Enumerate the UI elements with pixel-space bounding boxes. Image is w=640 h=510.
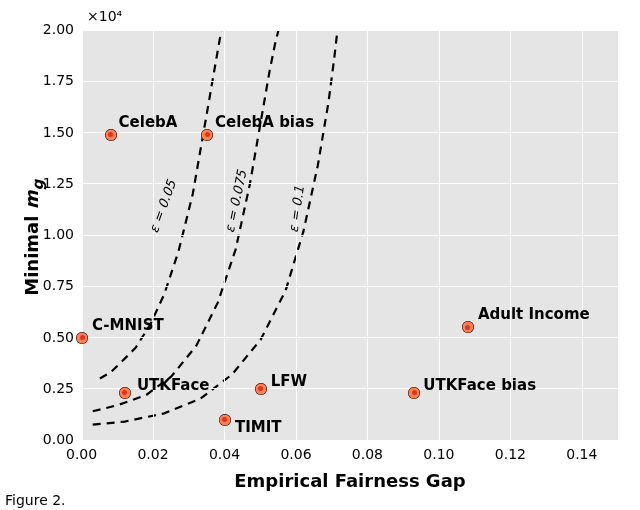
x-tick-label: 0.02 — [137, 446, 168, 462]
data-point — [219, 414, 231, 426]
data-point — [462, 321, 474, 333]
data-point-label: CelebA bias — [215, 113, 314, 131]
data-point-label: UTKFace bias — [423, 376, 536, 394]
x-tick-label: 0.08 — [352, 446, 383, 462]
y-tick-label: 0.75 — [43, 277, 74, 293]
data-point-label: LFW — [271, 372, 307, 390]
y-tick-label: 0.25 — [43, 380, 74, 396]
gridline-h — [82, 440, 618, 441]
y-tick-label: 0.00 — [43, 431, 74, 447]
data-point — [255, 383, 267, 395]
data-point-label: TIMIT — [235, 418, 282, 436]
y-scale-exponent: ×10⁴ — [87, 8, 122, 24]
x-tick-label: 0.12 — [495, 446, 526, 462]
gridline-h — [82, 30, 618, 31]
gridline-h — [82, 235, 618, 236]
y-tick-label: 2.00 — [43, 21, 74, 37]
gridline-h — [82, 286, 618, 287]
gridline-h — [82, 337, 618, 338]
y-tick-label: 1.75 — [43, 72, 74, 88]
data-point — [201, 129, 213, 141]
y-tick-label: 1.25 — [43, 175, 74, 191]
x-tick-label: 0.00 — [66, 446, 97, 462]
x-tick-label: 0.06 — [280, 446, 311, 462]
data-point — [119, 387, 131, 399]
data-point — [408, 387, 420, 399]
x-tick-label: 0.10 — [423, 446, 454, 462]
gridline-h — [82, 132, 618, 133]
x-tick-label: 0.14 — [566, 446, 597, 462]
y-tick-label: 1.00 — [43, 226, 74, 242]
data-point-label: CelebA — [119, 113, 178, 131]
x-axis-label: Empirical Fairness Gap — [82, 470, 618, 491]
data-point-label: Adult Income — [478, 305, 590, 323]
figure-caption: Figure 2. — [5, 492, 66, 508]
data-point — [76, 332, 88, 344]
figure: ×10⁴ Empirical Fairness Gap Minimal mg F… — [0, 0, 640, 510]
data-point-label: C-MNIST — [92, 316, 164, 334]
gridline-h — [82, 81, 618, 82]
data-point — [105, 129, 117, 141]
y-tick-label: 1.50 — [43, 124, 74, 140]
y-tick-label: 0.50 — [43, 329, 74, 345]
data-point-label: UTKFace — [137, 376, 210, 394]
x-tick-label: 0.04 — [209, 446, 240, 462]
